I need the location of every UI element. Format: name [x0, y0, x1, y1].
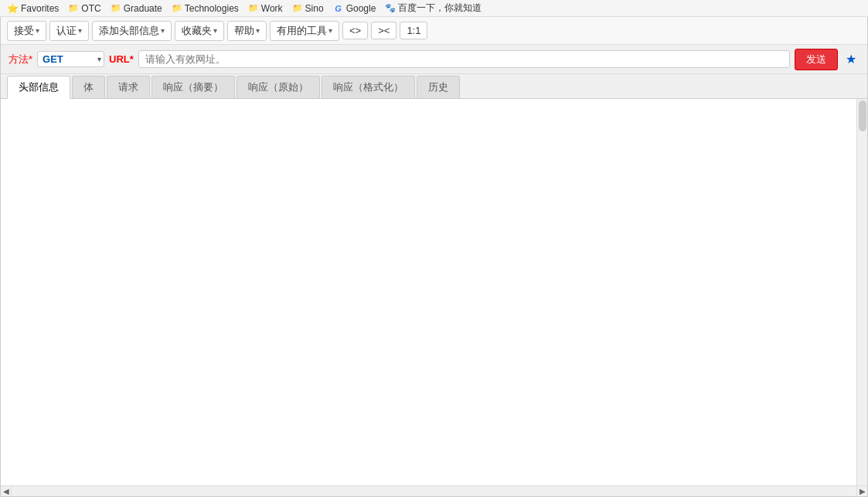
bookmark-sino[interactable]: 📁 Sino — [288, 2, 328, 15]
bookmark-google[interactable]: G Google — [329, 2, 380, 15]
bookmarks-bar: ⭐ Favorites 📁 OTC 📁 Graduate 📁 Technolog… — [0, 0, 868, 17]
collapse-button[interactable]: >< — [371, 22, 397, 39]
baidu-icon: 🐾 — [385, 3, 396, 14]
url-input[interactable] — [138, 50, 790, 68]
url-bar: 方法* GET POST PUT DELETE PATCH HEAD OPTIO… — [1, 45, 867, 74]
bookmark-graduate[interactable]: 📁 Graduate — [107, 2, 166, 15]
tab-response-raw[interactable]: 响应（原始） — [237, 76, 320, 98]
google-icon: G — [333, 3, 344, 14]
horizontal-scrollbar[interactable]: ◀ ▶ — [1, 485, 867, 496]
accept-button[interactable]: 接受 ▾ — [7, 21, 46, 41]
toolbar: 接受 ▾ 认证 ▾ 添加头部信息 ▾ 收藏夹 ▾ 帮助 ▾ 有用的工具 ▾ <>… — [1, 17, 867, 45]
favorites-icon: ⭐ — [7, 3, 19, 14]
auth-button[interactable]: 认证 ▾ — [49, 21, 89, 41]
ratio-button[interactable]: 1:1 — [400, 22, 427, 39]
favorites-button[interactable]: 收藏夹 ▾ — [175, 21, 224, 41]
folder-icon: 📁 — [248, 3, 259, 14]
tabs-bar: 头部信息 体 请求 响应（摘要） 响应（原始） 响应（格式化） 历史 — [1, 74, 867, 99]
url-label: URL* — [109, 53, 134, 65]
tab-history[interactable]: 历史 — [417, 76, 460, 98]
folder-icon: 📁 — [68, 3, 79, 14]
tab-response-formatted[interactable]: 响应（格式化） — [322, 76, 415, 98]
method-label: 方法* — [9, 53, 32, 66]
chevron-down-icon: ▾ — [256, 26, 260, 35]
help-button[interactable]: 帮助 ▾ — [227, 21, 267, 41]
tab-body[interactable]: 体 — [72, 76, 105, 98]
tools-button[interactable]: 有用的工具 ▾ — [270, 21, 339, 41]
tab-request[interactable]: 请求 — [107, 76, 150, 98]
scrollbar-thumb[interactable] — [859, 100, 866, 131]
method-select[interactable]: GET POST PUT DELETE PATCH HEAD OPTIONS — [37, 51, 104, 67]
method-wrapper: GET POST PUT DELETE PATCH HEAD OPTIONS — [37, 51, 104, 67]
scrollbar-track[interactable] — [12, 486, 856, 496]
folder-icon: 📁 — [292, 3, 303, 14]
bookmark-work[interactable]: 📁 Work — [244, 2, 287, 15]
folder-icon: 📁 — [111, 3, 121, 14]
vertical-scrollbar[interactable] — [856, 99, 867, 485]
app-container: 接受 ▾ 认证 ▾ 添加头部信息 ▾ 收藏夹 ▾ 帮助 ▾ 有用的工具 ▾ <>… — [0, 17, 868, 497]
add-header-button[interactable]: 添加头部信息 ▾ — [92, 21, 172, 41]
chevron-down-icon: ▾ — [161, 26, 165, 35]
bookmark-baidu[interactable]: 🐾 百度一下，你就知道 — [381, 1, 485, 15]
chevron-down-icon: ▾ — [36, 26, 39, 35]
chevron-down-icon: ▾ — [213, 26, 217, 35]
content-area — [1, 99, 867, 485]
send-button[interactable]: 发送 — [795, 49, 838, 70]
star-icon[interactable]: ★ — [842, 52, 859, 66]
folder-icon: 📁 — [172, 3, 182, 14]
chevron-down-icon: ▾ — [78, 26, 82, 35]
chevron-down-icon: ▾ — [328, 26, 332, 35]
bookmark-technologies[interactable]: 📁 Technologies — [168, 2, 243, 15]
bookmark-otc[interactable]: 📁 OTC — [64, 2, 104, 15]
tab-headers[interactable]: 头部信息 — [7, 76, 70, 99]
bookmark-favorites[interactable]: ⭐ Favorites — [3, 2, 63, 15]
expand-button[interactable]: <> — [342, 22, 368, 39]
scroll-left-button[interactable]: ◀ — [1, 486, 12, 497]
scroll-right-button[interactable]: ▶ — [856, 486, 867, 497]
tab-response-summary[interactable]: 响应（摘要） — [151, 76, 235, 98]
